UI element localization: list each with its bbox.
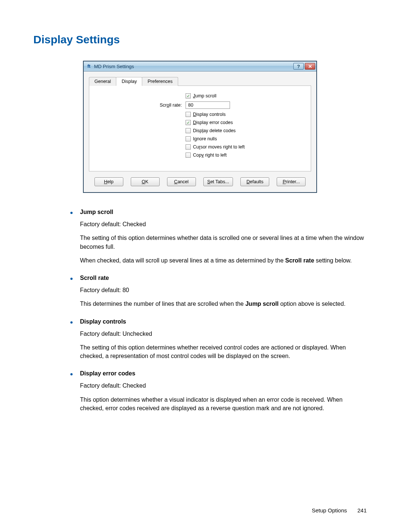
tab-preferences[interactable]: Preferences [142,77,178,86]
desc-paragraph: This option determines whether a visual … [80,395,367,412]
display-tab-panel: ✓Jump scrollScroll rate:Display controls… [89,86,311,171]
cursor-rtl-checkbox[interactable] [186,144,191,150]
descriptions: Jump scrollFactory default: CheckedThe s… [70,208,367,412]
display-controls-row: Display controls [97,112,303,117]
bullet-icon [70,373,73,375]
desc-paragraph: When checked, data will scroll up severa… [80,256,367,265]
scroll-rate-input[interactable] [186,101,230,109]
titlebar: ft MD Prism Settings ? ✕ [84,61,316,71]
display-delete-codes-label: Display delete codes [193,128,236,133]
jump-scroll-row: ✓Jump scroll [97,93,303,98]
tab-general[interactable]: General [89,77,116,86]
tab-row: GeneralDisplayPreferences [89,77,311,86]
defaults-button[interactable]: Defaults [240,177,269,186]
cursor-rtl-row: Cursor moves right to left [97,144,303,150]
window-title: MD Prism Settings [94,64,134,69]
set-tabs-button[interactable]: Set Tabs... [203,177,233,186]
display-delete-codes-row: Display delete codes [97,128,303,133]
desc-item-1: Scroll rateFactory default: 80This deter… [70,274,367,308]
display-error-codes-checkbox[interactable]: ✓ [186,120,191,125]
display-controls-checkbox[interactable] [186,112,191,117]
desc-default: Factory default: Checked [80,220,367,228]
bullet-icon [70,212,73,214]
desc-paragraph: The setting of this option determines wh… [80,234,367,251]
copy-rtl-row: Copy right to left [97,153,303,158]
desc-title: Scroll rate [80,274,109,282]
bullet-icon [70,278,73,280]
scroll-rate-label: Scroll rate: [97,103,186,108]
display-error-codes-row: ✓Display error codes [97,120,303,125]
desc-body: Factory default: 80This determines the n… [80,286,367,308]
help-button[interactable]: Help [94,177,123,186]
footer-page-number: 241 [357,507,367,513]
footer-section: Setup Options [312,507,347,513]
cancel-button[interactable]: Cancel [167,177,196,186]
printer-button[interactable]: Printer... [277,177,306,186]
desc-title: Jump scroll [80,208,113,216]
cursor-rtl-label: Cursor moves right to left [193,144,245,150]
dialog-button-row: HelpOKCancelSet Tabs...DefaultsPrinter..… [89,177,311,186]
display-controls-label: Display controls [193,112,226,117]
desc-paragraph: This determines the number of lines that… [80,300,367,308]
scroll-rate-row: Scroll rate: [97,101,303,109]
display-delete-codes-checkbox[interactable] [186,128,191,133]
ignore-nulls-checkbox[interactable] [186,136,191,141]
desc-title: Display error codes [80,369,135,378]
close-titlebar-button[interactable]: ✕ [305,63,315,70]
help-titlebar-button[interactable]: ? [293,63,304,70]
desc-body: Factory default: CheckedThis option dete… [80,381,367,412]
desc-item-2: Display controlsFactory default: Uncheck… [70,317,367,361]
settings-dialog: ft MD Prism Settings ? ✕ GeneralDisplayP… [83,61,317,193]
app-icon: ft [86,63,92,69]
jump-scroll-checkbox[interactable]: ✓ [186,93,191,98]
desc-body: Factory default: UncheckedThe setting of… [80,329,367,361]
tab-display[interactable]: Display [116,77,142,86]
copy-rtl-checkbox[interactable] [186,153,191,158]
page-footer: Setup Options 241 [312,507,367,513]
desc-item-0: Jump scrollFactory default: CheckedThe s… [70,208,367,265]
display-error-codes-label: Display error codes [193,120,233,125]
copy-rtl-label: Copy right to left [193,153,227,158]
desc-body: Factory default: CheckedThe setting of t… [80,220,367,265]
desc-default: Factory default: 80 [80,286,367,294]
desc-title: Display controls [80,317,126,326]
desc-default: Factory default: Checked [80,381,367,390]
ok-button[interactable]: OK [131,177,160,186]
page-title: Display Settings [33,33,367,46]
desc-paragraph: The setting of this option determines wh… [80,343,367,360]
ignore-nulls-label: Ignore nulls [193,136,217,141]
ignore-nulls-row: Ignore nulls [97,136,303,141]
desc-default: Factory default: Unchecked [80,329,367,338]
desc-item-3: Display error codesFactory default: Chec… [70,369,367,412]
bullet-icon [70,321,73,324]
jump-scroll-label: Jump scroll [193,93,216,98]
